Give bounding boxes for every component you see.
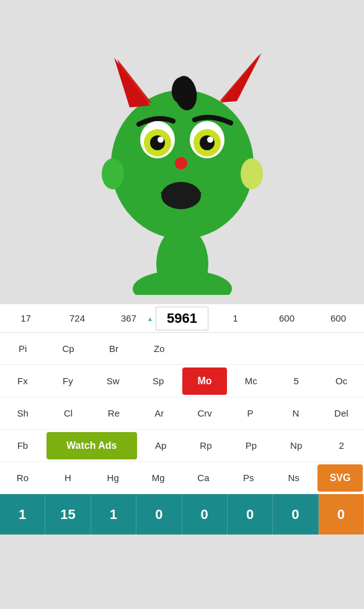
label-row-3: Sh Cl Re Ar Crv P N Del xyxy=(0,397,364,430)
watch-ads-button[interactable]: Watch Ads xyxy=(47,432,137,459)
cell-oc[interactable]: Oc xyxy=(319,376,364,386)
cell-svg[interactable]: SVG xyxy=(317,464,363,492)
cell-mg[interactable]: Mg xyxy=(136,472,181,483)
cell-p[interactable]: P xyxy=(228,408,273,418)
num-cell-367[interactable]: 367 xyxy=(103,313,154,323)
score-1b[interactable]: 1 xyxy=(91,494,136,535)
cell-cl[interactable]: Cl xyxy=(45,408,91,418)
cell-sp[interactable]: Sp xyxy=(136,376,181,386)
num-cell-1[interactable]: 1 xyxy=(210,313,261,323)
number-row: 17 724 367 5961 1 600 600 xyxy=(0,304,364,333)
svg-point-18 xyxy=(207,137,213,143)
svg-point-20 xyxy=(161,182,201,209)
cell-mo[interactable]: Mo xyxy=(182,368,228,395)
cell-pi[interactable]: Pi xyxy=(0,343,45,354)
score-0b[interactable]: 0 xyxy=(182,494,228,535)
cell-pp[interactable]: Pp xyxy=(228,440,273,451)
num-cell-724[interactable]: 724 xyxy=(51,313,103,323)
cell-zo[interactable]: Zo xyxy=(136,343,182,354)
cell-rp[interactable]: Rp xyxy=(184,440,229,451)
score-1[interactable]: 1 xyxy=(0,494,45,535)
devil-character xyxy=(77,9,288,295)
cell-ap[interactable]: Ap xyxy=(138,440,184,451)
cell-cp[interactable]: Cp xyxy=(45,343,91,354)
cell-br[interactable]: Br xyxy=(91,343,136,354)
score-0c[interactable]: 0 xyxy=(228,494,273,535)
cell-hg[interactable]: Hg xyxy=(91,472,136,483)
score-0a[interactable]: 0 xyxy=(136,494,182,535)
cell-ns[interactable]: Ns xyxy=(271,472,316,483)
score-0d[interactable]: 0 xyxy=(273,494,318,535)
score-row: 1 15 1 0 0 0 0 0 xyxy=(0,494,364,535)
cell-h[interactable]: H xyxy=(45,472,91,483)
svg-point-1 xyxy=(133,270,232,295)
cell-sw[interactable]: Sw xyxy=(91,376,136,386)
num-cell-5961[interactable]: 5961 xyxy=(156,307,208,330)
grid-area: 17 724 367 5961 1 600 600 Pi Cp Br Zo Fx… xyxy=(0,304,364,535)
num-cell-600a[interactable]: 600 xyxy=(261,313,313,323)
svg-point-4 xyxy=(241,158,263,189)
cell-ro[interactable]: Ro xyxy=(0,472,45,483)
score-0e[interactable]: 0 xyxy=(319,494,364,535)
cell-ps[interactable]: Ps xyxy=(226,472,271,483)
svg-point-3 xyxy=(102,158,124,189)
cell-n[interactable]: N xyxy=(273,408,318,418)
cell-fx[interactable]: Fx xyxy=(0,376,45,386)
svg-point-19 xyxy=(175,157,187,169)
cell-mc[interactable]: Mc xyxy=(228,376,273,386)
cell-5[interactable]: 5 xyxy=(273,376,319,386)
cell-sh[interactable]: Sh xyxy=(0,408,45,418)
cell-del[interactable]: Del xyxy=(319,408,364,418)
cell-2[interactable]: 2 xyxy=(319,440,364,451)
cell-fy[interactable]: Fy xyxy=(45,376,91,386)
label-row-5: Ro H Hg Mg Ca Ps Ns SVG xyxy=(0,462,364,494)
cell-ar[interactable]: Ar xyxy=(136,408,182,418)
cell-crv[interactable]: Crv xyxy=(182,408,228,418)
num-cell-17[interactable]: 17 xyxy=(0,313,51,323)
cell-ca[interactable]: Ca xyxy=(181,472,226,483)
cell-np[interactable]: Np xyxy=(273,440,319,451)
cell-fb[interactable]: Fb xyxy=(0,440,45,451)
cell-re[interactable]: Re xyxy=(91,408,136,418)
svg-point-17 xyxy=(158,137,164,143)
num-cell-600b[interactable]: 600 xyxy=(313,313,364,323)
svg-marker-8 xyxy=(114,58,150,107)
label-row-2: Fx Fy Sw Sp Mo Mc 5 Oc xyxy=(0,365,364,397)
label-row-4: Fb Watch Ads Ap Rp Pp Np 2 xyxy=(0,430,364,462)
label-row-1: Pi Cp Br Zo xyxy=(0,333,364,365)
score-15[interactable]: 15 xyxy=(45,494,91,535)
character-area xyxy=(0,0,364,304)
